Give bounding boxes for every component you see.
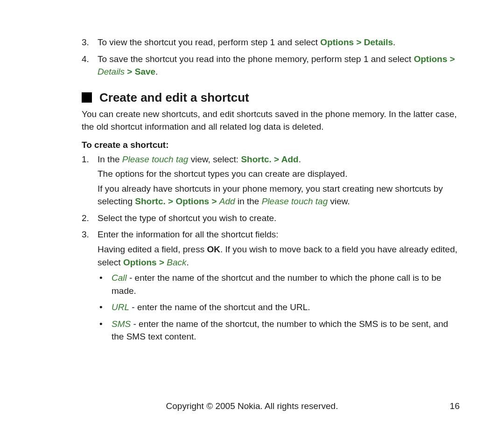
list-item-number: 1. [82,153,89,166]
text-run: Enter the information for all the shortc… [98,229,279,239]
list-item-number: 4. [82,53,89,66]
text-run: view, select: [188,154,241,164]
document-page: 3.To view the shortcut you read, perform… [0,0,504,437]
text-run: To save the shortcut you read into the p… [98,54,414,64]
list-item-paragraph: Select the type of shortcut you wish to … [98,213,276,223]
preceding-ordered-list: 3.To view the shortcut you read, perform… [82,36,460,78]
text-run: - enter the name of the shortcut and the… [112,273,441,296]
bullet-item: Call - enter the name of the shortcut an… [98,271,460,297]
text-run: Options [123,257,157,267]
text-run: > [272,154,281,164]
text-run: Options [320,37,354,47]
list-item-paragraph: The options for the shortcut types you c… [98,167,460,180]
text-run: . [299,154,301,164]
text-run: SMS [112,319,131,329]
text-run: Details [98,67,125,76]
list-item-body: To view the shortcut you read, perform s… [98,37,395,47]
procedure-subheading: To create a shortcut: [82,140,460,150]
text-run: Shortc. [135,196,165,206]
list-item: 4.To save the shortcut you read into the… [82,53,460,78]
list-item: 2.Select the type of shortcut you wish t… [82,212,460,225]
text-run: The options for the shortcut types you c… [98,169,347,179]
list-item-paragraph: Having edited a field, press OK. If you … [98,243,460,269]
text-run: Having edited a field, press [98,244,207,254]
copyright-footer: Copyright © 2005 Nokia. All rights reser… [0,401,504,411]
bullet-list: Call - enter the name of the shortcut an… [98,271,460,343]
text-run: > [209,196,219,206]
list-item-paragraph: If you already have shortcuts in your ph… [98,182,460,208]
text-run: URL [112,302,129,312]
section-intro-paragraph: You can create new shortcuts, and edit s… [82,108,460,133]
text-run: Call [112,273,127,283]
list-item-paragraph: In the Please touch tag view, select: Sh… [98,154,301,164]
text-run: Options [414,54,448,64]
text-run: Add [281,154,299,164]
list-item-paragraph: Enter the information for all the shortc… [98,229,279,239]
text-run: Select the type of shortcut you wish to … [98,213,276,223]
text-run: OK [207,244,220,254]
text-run: . [393,37,395,47]
list-item-body: To save the shortcut you read into the p… [98,54,455,77]
text-run: In the [98,154,122,164]
text-run: . [187,257,189,267]
text-run: Shortc. [241,154,271,164]
text-run: Save [135,67,155,76]
list-item-number: 2. [82,212,89,225]
list-item-number: 3. [82,228,89,241]
text-run: Options [175,196,209,206]
text-run: Back [167,257,186,267]
text-run: > [166,196,176,206]
list-item: 3.To view the shortcut you read, perform… [82,36,460,49]
list-item: 1.In the Please touch tag view, select: … [82,153,460,208]
text-run: Please touch tag [262,196,328,206]
list-item-number: 3. [82,36,89,49]
text-run: > [125,67,135,76]
bullet-item: SMS - enter the name of the shortcut, th… [98,318,460,343]
text-run: in the [235,196,262,206]
text-run: To view the shortcut you read, perform s… [98,37,320,47]
text-run: > [447,54,455,64]
text-run: Add [219,196,235,206]
text-run: Details [364,37,393,47]
text-run: . [155,67,158,76]
list-item: 3.Enter the information for all the shor… [82,228,460,343]
text-run: Please touch tag [122,154,189,164]
page-number: 16 [450,401,460,411]
text-run: > [157,257,167,267]
bullet-item: URL - enter the name of the shortcut and… [98,301,460,314]
section-heading: Create and edit a shortcut [82,90,460,105]
text-run: > [354,37,364,47]
text-run: - enter the name of the shortcut and the… [129,302,310,312]
section-heading-text: Create and edit a shortcut [99,90,249,105]
text-run: view. [328,196,350,206]
text-run: - enter the name of the shortcut, the nu… [112,319,448,342]
procedure-ordered-list: 1.In the Please touch tag view, select: … [82,153,460,343]
filled-square-icon [82,92,92,103]
